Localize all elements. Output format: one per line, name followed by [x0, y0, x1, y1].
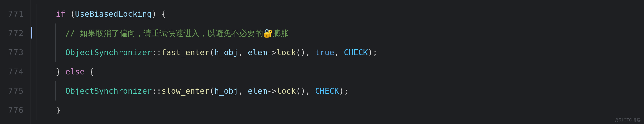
watermark: @51CTO博客	[614, 118, 641, 122]
method-name: lock	[277, 87, 296, 95]
comma: ,	[305, 48, 315, 56]
paren-close: )	[152, 10, 156, 18]
comma: ,	[238, 87, 248, 95]
comma: ,	[334, 48, 344, 56]
paren-close: )	[339, 87, 344, 95]
paren-open: (	[210, 48, 214, 56]
brace-open: {	[161, 10, 166, 18]
code-line[interactable]: ObjectSynchronizer :: fast_enter ( h_obj…	[30, 43, 644, 62]
scope-sep: ::	[152, 48, 161, 56]
code-editor[interactable]: 771 772 773 774 775 776 if ( UseBiasedLo…	[0, 0, 644, 124]
semicolon: ;	[373, 48, 377, 56]
indent	[36, 106, 56, 114]
indent	[36, 87, 66, 95]
type-name: ObjectSynchronizer	[66, 48, 152, 56]
code-line[interactable]: if ( UseBiasedLocking ) {	[30, 4, 644, 24]
arrow-op: ->	[267, 87, 277, 95]
parens: ()	[296, 48, 305, 56]
line-number: 772	[0, 24, 30, 43]
paren-close: )	[368, 48, 373, 56]
line-number: 774	[0, 62, 30, 81]
line-number: 773	[0, 43, 30, 62]
comma: ,	[238, 48, 248, 56]
arrow-op: ->	[267, 48, 277, 56]
code-line[interactable]: ObjectSynchronizer :: slow_enter ( h_obj…	[30, 81, 644, 100]
indent	[36, 48, 66, 56]
bool-literal: true	[315, 48, 334, 56]
indent	[36, 68, 56, 76]
macro: CHECK	[344, 48, 368, 56]
function-name: slow_enter	[161, 87, 210, 95]
macro: CHECK	[315, 87, 339, 95]
line-number: 771	[0, 4, 30, 24]
comma: ,	[305, 87, 315, 95]
paren-open: (	[70, 10, 75, 18]
function-name: fast_enter	[161, 48, 210, 56]
brace-close: }	[56, 68, 60, 76]
indent	[36, 29, 66, 37]
space	[157, 10, 161, 18]
arg: elem	[248, 48, 267, 56]
paren-open: (	[210, 87, 214, 95]
space	[60, 68, 65, 76]
line-number: 776	[0, 100, 30, 120]
keyword-else: else	[66, 68, 85, 76]
space	[85, 68, 89, 76]
parens: ()	[296, 87, 305, 95]
indent	[36, 10, 56, 18]
line-number: 775	[0, 81, 30, 100]
code-line[interactable]: }	[30, 100, 644, 120]
arg: elem	[248, 87, 267, 95]
brace-open: {	[89, 68, 94, 76]
keyword-if: if	[56, 10, 66, 18]
method-name: lock	[277, 48, 296, 56]
line-number-gutter: 771 772 773 774 775 776	[0, 0, 30, 124]
code-line[interactable]: // 如果取消了偏向，请重试快速进入，以避免不必要的🔐膨胀	[30, 24, 644, 43]
type-name: ObjectSynchronizer	[66, 87, 152, 95]
identifier: UseBiasedLocking	[75, 10, 152, 18]
space	[66, 10, 70, 18]
scope-sep: ::	[152, 87, 161, 95]
code-line[interactable]: } else {	[30, 62, 644, 81]
brace-close: }	[56, 106, 60, 114]
arg: h_obj	[214, 87, 238, 95]
semicolon: ;	[344, 87, 348, 95]
comment: // 如果取消了偏向，请重试快速进入，以避免不必要的🔐膨胀	[66, 29, 289, 37]
arg: h_obj	[214, 48, 238, 56]
code-area[interactable]: if ( UseBiasedLocking ) { // 如果取消了偏向，请重试…	[30, 0, 644, 124]
